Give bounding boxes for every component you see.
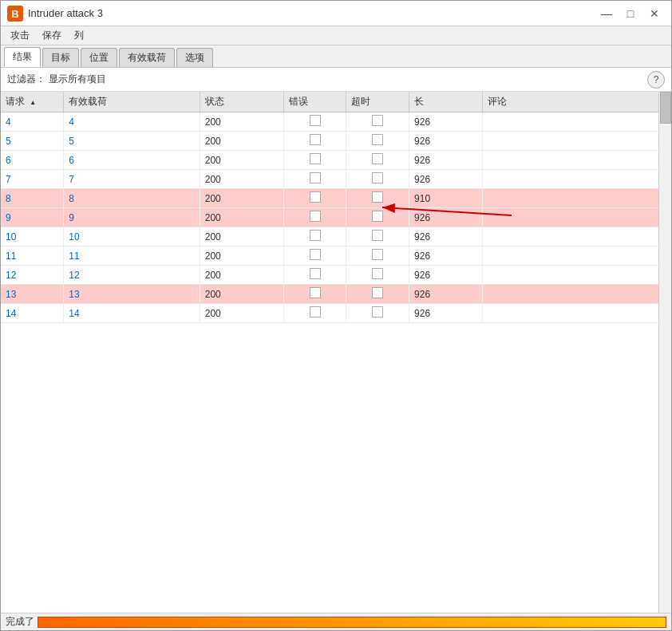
table-row[interactable]: 44200926 [1, 112, 671, 132]
table-row[interactable]: 55200926 [1, 132, 671, 151]
table-row[interactable]: 1010200926 [1, 227, 671, 246]
main-window: B Intruder attack 3 — □ ✕ 攻击 保存 列 结果 目标 … [0, 0, 672, 631]
cell-comment [482, 112, 670, 132]
cell-request[interactable]: 5 [1, 132, 64, 151]
table-row[interactable]: 77200926 [1, 170, 671, 189]
cell-length: 926 [409, 132, 483, 151]
cell-comment [482, 266, 670, 285]
col-header-error[interactable]: 错误 [283, 92, 346, 112]
cell-length: 926 [409, 151, 483, 170]
cell-comment [482, 189, 670, 208]
cell-status: 200 [200, 227, 283, 246]
table-row[interactable]: 1111200926 [1, 246, 671, 266]
maximize-button[interactable]: □ [620, 5, 641, 22]
tab-options[interactable]: 选项 [176, 48, 213, 67]
menu-columns[interactable]: 列 [68, 27, 90, 44]
cell-payload[interactable]: 12 [64, 266, 200, 285]
cell-request[interactable]: 6 [1, 151, 64, 170]
menu-attack[interactable]: 攻击 [4, 27, 36, 44]
cell-comment [482, 285, 670, 304]
col-header-comment[interactable]: 评论 [482, 92, 670, 112]
status-progress-bar [38, 617, 666, 628]
cell-timeout [346, 189, 409, 208]
cell-request[interactable]: 11 [1, 246, 64, 266]
cell-error [283, 304, 346, 323]
cell-status: 200 [200, 112, 283, 132]
cell-comment [482, 151, 670, 170]
cell-payload[interactable]: 14 [64, 304, 200, 323]
cell-request[interactable]: 12 [1, 266, 64, 285]
timeout-checkbox [372, 287, 383, 298]
tab-payload[interactable]: 有效载荷 [119, 48, 175, 67]
table-row[interactable]: 1414200926 [1, 304, 671, 323]
cell-payload[interactable]: 13 [64, 285, 200, 304]
cell-request[interactable]: 9 [1, 208, 64, 227]
tab-target[interactable]: 目标 [42, 48, 79, 67]
cell-status: 200 [200, 208, 283, 227]
tab-results[interactable]: 结果 [4, 47, 41, 67]
cell-error [283, 246, 346, 266]
error-checkbox [310, 268, 321, 279]
cell-length: 926 [409, 112, 483, 132]
cell-status: 200 [200, 285, 283, 304]
col-header-status[interactable]: 状态 [200, 92, 283, 112]
cell-status: 200 [200, 246, 283, 266]
cell-request[interactable]: 4 [1, 112, 64, 132]
table-row[interactable]: 1313200926 [1, 285, 671, 304]
cell-payload[interactable]: 4 [64, 112, 200, 132]
col-header-timeout[interactable]: 超时 [346, 92, 409, 112]
minimize-button[interactable]: — [596, 5, 617, 22]
cell-payload[interactable]: 11 [64, 246, 200, 266]
table-row[interactable]: 99200926 [1, 208, 671, 227]
help-button[interactable]: ? [647, 71, 665, 89]
table-row[interactable]: 88200910 [1, 189, 671, 208]
cell-comment [482, 132, 670, 151]
cell-timeout [346, 112, 409, 132]
error-checkbox [310, 287, 321, 298]
cell-request[interactable]: 13 [1, 285, 64, 304]
col-header-payload[interactable]: 有效载荷 [64, 92, 200, 112]
close-button[interactable]: ✕ [644, 5, 665, 22]
cell-status: 200 [200, 304, 283, 323]
cell-request[interactable]: 8 [1, 189, 64, 208]
status-text: 完成了 [6, 615, 34, 629]
table-row[interactable]: 1212200926 [1, 266, 671, 285]
cell-payload[interactable]: 10 [64, 227, 200, 246]
cell-comment [482, 304, 670, 323]
timeout-checkbox [372, 172, 383, 183]
error-checkbox [310, 172, 321, 183]
col-header-request[interactable]: 请求 ▲ [1, 92, 64, 112]
cell-timeout [346, 170, 409, 189]
table-scroll-area[interactable]: 请求 ▲ 有效载荷 状态 错误 超时 长 评论 4420092655200926… [1, 92, 671, 613]
scrollbar-thumb[interactable] [660, 92, 671, 124]
error-checkbox [310, 230, 321, 241]
cell-payload[interactable]: 8 [64, 189, 200, 208]
tab-position[interactable]: 位置 [81, 48, 117, 67]
cell-error [283, 132, 346, 151]
cell-request[interactable]: 10 [1, 227, 64, 246]
cell-length: 926 [409, 285, 483, 304]
cell-error [283, 189, 346, 208]
status-bar: 完成了 [1, 613, 671, 630]
cell-request[interactable]: 7 [1, 170, 64, 189]
error-checkbox [310, 191, 321, 203]
cell-length: 926 [409, 266, 483, 285]
filter-value: 显示所有项目 [49, 73, 647, 86]
cell-payload[interactable]: 9 [64, 208, 200, 227]
col-header-length[interactable]: 长 [409, 92, 483, 112]
cell-error [283, 227, 346, 246]
table-row[interactable]: 66200926 [1, 151, 671, 170]
cell-timeout [346, 266, 409, 285]
cell-request[interactable]: 14 [1, 304, 64, 323]
cell-status: 200 [200, 170, 283, 189]
cell-timeout [346, 208, 409, 227]
cell-comment [482, 246, 670, 266]
cell-error [283, 151, 346, 170]
cell-error [283, 285, 346, 304]
cell-payload[interactable]: 7 [64, 170, 200, 189]
menu-save[interactable]: 保存 [36, 27, 68, 44]
cell-payload[interactable]: 6 [64, 151, 200, 170]
scrollbar-track[interactable] [658, 92, 671, 613]
cell-payload[interactable]: 5 [64, 132, 200, 151]
error-checkbox [310, 249, 321, 260]
